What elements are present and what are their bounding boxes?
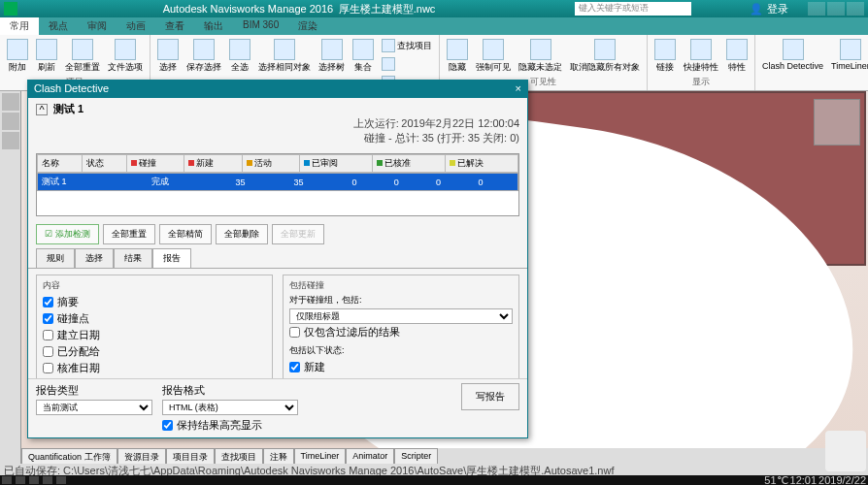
filter-checkbox[interactable]: 仅包含过滤后的结果: [289, 324, 513, 340]
clash-tabs: 规则选择结果报告: [28, 248, 527, 269]
ribbon-button[interactable]: 附加: [4, 37, 31, 76]
report-format-select[interactable]: HTML (表格): [162, 400, 298, 415]
tool-icon[interactable]: [2, 113, 19, 130]
ribbon-button[interactable]: 刷新: [33, 37, 60, 76]
clash-tab[interactable]: 结果: [114, 248, 152, 268]
action-button: 全部更新: [272, 224, 324, 244]
include-fieldset: 包括碰撞 对于碰撞组，包括: 仅限组标题 仅包含过滤后的结果 包括以下状态: 新…: [283, 275, 519, 378]
ribbon-button[interactable]: 特性: [723, 37, 751, 76]
clash-detective-panel: Clash Detective × ^ 测试 1 上次运行: 2019年2月22…: [27, 80, 528, 438]
report-format-label: 报告格式: [162, 383, 298, 398]
clash-summary: 碰撞 - 总计: 35 (打开: 35 关闭: 0): [364, 132, 519, 144]
ribbon-button[interactable]: 隐藏未选定: [516, 37, 565, 76]
help-search-input[interactable]: 键入关键字或短语: [575, 2, 691, 16]
ribbon-button[interactable]: 选择树: [316, 37, 348, 76]
menu-tab[interactable]: 查看: [155, 17, 194, 35]
tool-icon[interactable]: [2, 132, 19, 149]
ribbon-button[interactable]: 文件选项: [105, 37, 146, 76]
ribbon-button[interactable]: 强制可见: [473, 37, 514, 76]
report-type-select[interactable]: 当前测试: [36, 400, 152, 415]
write-report-button[interactable]: 写报告: [461, 383, 519, 410]
test-actions: ☑ 添加检测全部重置全部精简全部删除全部更新: [28, 220, 527, 248]
viewcube[interactable]: [814, 99, 860, 146]
expand-toggle[interactable]: ^: [36, 104, 48, 115]
action-button[interactable]: 全部精简: [159, 224, 212, 244]
ime-avatar[interactable]: [825, 431, 866, 471]
menu-tab[interactable]: 动画: [117, 17, 155, 35]
last-run-label: 上次运行:: [353, 117, 399, 129]
windows-taskbar: 51℃ 12:01 2019/2/22: [0, 475, 868, 485]
panel-title: Clash Detective: [34, 82, 109, 96]
content-fieldset: 内容 摘要碰撞点建立日期已分配给核准日期核准者层名称项目路径项目 ID: [36, 275, 273, 378]
ribbon-button[interactable]: 集合: [350, 37, 377, 76]
action-button[interactable]: 全部删除: [216, 224, 268, 244]
action-button[interactable]: 全部重置: [103, 224, 155, 244]
report-type-label: 报告类型: [36, 383, 152, 398]
option-checkbox[interactable]: 已分配给: [43, 343, 266, 360]
maximize-button[interactable]: [827, 2, 845, 16]
menu-tab[interactable]: 常用: [0, 17, 39, 35]
left-toolbar: [0, 91, 21, 466]
content-legend: 内容: [43, 279, 266, 292]
taskbar-icon[interactable]: [16, 476, 25, 484]
tests-table: 名称状态碰撞新建活动已审阅已核准已解决 测试 1完成35350000: [36, 153, 519, 216]
keep-highlight-checkbox[interactable]: 保持结果高亮显示: [162, 417, 298, 434]
panel-close-icon[interactable]: ×: [516, 82, 521, 96]
ribbon-button[interactable]: 全选: [226, 37, 253, 76]
for-groups-select[interactable]: 仅限组标题: [289, 308, 513, 324]
clash-tab[interactable]: 报告: [152, 248, 191, 268]
taskbar-icon[interactable]: [56, 476, 66, 484]
include-legend: 包括碰撞: [289, 279, 513, 292]
status-path: 已自动保存: C:\Users\清浅七七\AppData\Roaming\Aut…: [4, 465, 614, 475]
close-button[interactable]: [847, 2, 864, 16]
start-icon[interactable]: [2, 476, 12, 484]
last-run-value: 2019年2月22日 12:00:04: [401, 117, 519, 129]
app-logo-icon: [4, 2, 17, 16]
menu-tab[interactable]: 渲染: [288, 17, 327, 35]
minimize-button[interactable]: [808, 2, 825, 16]
option-checkbox[interactable]: 碰撞点: [43, 310, 266, 327]
ribbon-button[interactable]: Clash Detective: [759, 37, 826, 73]
tool-icon[interactable]: [2, 93, 19, 111]
test-row[interactable]: 测试 1完成35350000: [38, 174, 518, 191]
ribbon-button[interactable]: TimeLiner: [828, 37, 868, 73]
user-area[interactable]: 👤 登录: [750, 2, 788, 16]
test-name: 测试 1: [53, 102, 83, 116]
system-tray[interactable]: 51℃ 12:01 2019/2/22: [764, 474, 868, 486]
ribbon-button-small[interactable]: [379, 55, 435, 73]
ribbon-button[interactable]: 选择相同对象: [255, 37, 314, 76]
for-groups-label: 对于碰撞组，包括:: [289, 294, 513, 307]
option-checkbox[interactable]: 建立日期: [43, 327, 266, 343]
ribbon-button[interactable]: 保存选择: [184, 37, 224, 76]
output-settings: 报告类型 当前测试 报告格式 HTML (表格) 保持结果高亮显示 写报告: [28, 378, 527, 437]
login-link[interactable]: 登录: [767, 2, 788, 16]
option-checkbox[interactable]: 新建: [289, 359, 513, 375]
status-legend: 包括以下状态:: [289, 344, 513, 357]
ribbon-button[interactable]: 链接: [651, 37, 679, 76]
taskbar-icon[interactable]: [29, 476, 39, 484]
clash-tab[interactable]: 规则: [36, 248, 75, 268]
status-bar: 已自动保存: C:\Users\清浅七七\AppData\Roaming\Aut…: [0, 464, 868, 475]
ribbon-button[interactable]: 选择: [154, 37, 182, 76]
taskbar-icon[interactable]: [43, 476, 52, 484]
ribbon-button[interactable]: 快捷特性: [681, 37, 721, 76]
user-icon: 👤: [750, 3, 763, 16]
menu-tab[interactable]: BIM 360: [233, 17, 288, 35]
clash-tab[interactable]: 选择: [75, 248, 114, 268]
panel-titlebar[interactable]: Clash Detective ×: [28, 81, 527, 98]
option-checkbox[interactable]: 摘要: [43, 294, 266, 310]
ribbon-button[interactable]: 取消隐藏所有对象: [567, 37, 643, 76]
menu-tab[interactable]: 视点: [39, 17, 78, 35]
menu-tab[interactable]: 审阅: [78, 17, 117, 35]
menu-tab[interactable]: 输出: [194, 17, 233, 35]
ribbon-tabs: 常用视点审阅动画查看输出BIM 360渲染: [0, 17, 868, 35]
action-button[interactable]: ☑ 添加检测: [36, 224, 99, 244]
option-checkbox[interactable]: 核准日期: [43, 360, 266, 376]
title-bar: Autodesk Navisworks Manage 2016 厚生楼土建模型.…: [0, 0, 868, 17]
ribbon-button[interactable]: 全部重置: [62, 37, 103, 76]
window-title: Autodesk Navisworks Manage 2016 厚生楼土建模型.…: [23, 2, 575, 16]
ribbon-button-small[interactable]: 查找项目: [379, 37, 435, 54]
ribbon-button[interactable]: 隐藏: [444, 37, 471, 76]
